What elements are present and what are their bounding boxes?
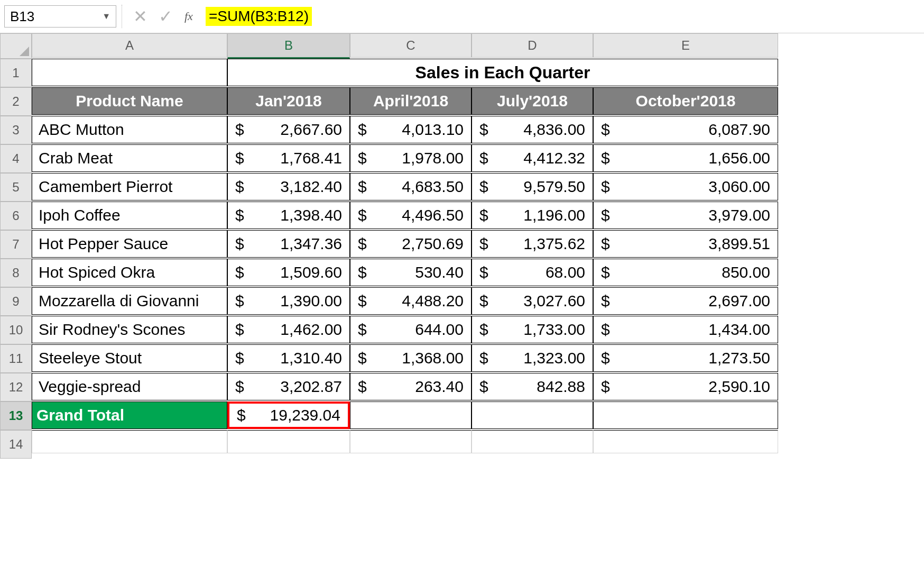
cell-row14-0[interactable]: [32, 430, 227, 453]
row-header-13[interactable]: 13: [0, 401, 32, 430]
row-header-7[interactable]: 7: [0, 230, 32, 259]
product-name-3[interactable]: Ipoh Coffee: [32, 202, 227, 229]
money-value: 1,509.60: [280, 263, 344, 281]
money-value: 1,390.00: [280, 292, 344, 310]
dollar-sign: $: [599, 321, 610, 339]
row-header-9[interactable]: 9: [0, 287, 32, 316]
cell-row14-3[interactable]: [472, 430, 593, 453]
cell-row14-2[interactable]: [350, 430, 472, 453]
dollar-sign: $: [477, 149, 488, 167]
product-name-2[interactable]: Camembert Pierrot: [32, 173, 227, 200]
cell-D9[interactable]: $3,027.60: [472, 287, 593, 315]
cell-D13[interactable]: [472, 401, 593, 429]
cell-B3[interactable]: $2,667.60: [227, 116, 350, 143]
cell-E8[interactable]: $850.00: [593, 259, 778, 286]
cell-E12[interactable]: $2,590.10: [593, 373, 778, 400]
row-header-14[interactable]: 14: [0, 430, 32, 459]
name-box[interactable]: B13 ▼: [4, 5, 116, 28]
row-header-3[interactable]: 3: [0, 116, 32, 144]
dollar-sign: $: [356, 378, 367, 396]
cell-D11[interactable]: $1,323.00: [472, 344, 593, 372]
row-header-5[interactable]: 5: [0, 173, 32, 202]
product-name-0[interactable]: ABC Mutton: [32, 116, 227, 143]
col-header-C[interactable]: C: [350, 33, 472, 58]
col-header-A[interactable]: A: [32, 33, 227, 58]
cell-D5[interactable]: $9,579.50: [472, 173, 593, 200]
cell-B9[interactable]: $1,390.00: [227, 287, 350, 315]
cell-B8[interactable]: $1,509.60: [227, 259, 350, 286]
quarter-header-2: July'2018: [472, 87, 593, 115]
cell-A1[interactable]: [32, 59, 227, 86]
spreadsheet-grid[interactable]: ABCDE1Sales in Each Quarter2Product Name…: [0, 33, 924, 459]
cell-E3[interactable]: $6,087.90: [593, 116, 778, 143]
cell-C13[interactable]: [350, 401, 472, 429]
row-header-8[interactable]: 8: [0, 259, 32, 287]
cell-D7[interactable]: $1,375.62: [472, 230, 593, 258]
cell-C11[interactable]: $1,368.00: [350, 344, 472, 372]
cell-B5[interactable]: $3,182.40: [227, 173, 350, 200]
dollar-sign: $: [356, 349, 367, 367]
name-box-dropdown-icon[interactable]: ▼: [102, 12, 110, 21]
select-all-corner[interactable]: [0, 33, 32, 59]
cell-C9[interactable]: $4,488.20: [350, 287, 472, 315]
cell-D3[interactable]: $4,836.00: [472, 116, 593, 143]
product-name-1[interactable]: Crab Meat: [32, 144, 227, 172]
row-header-2[interactable]: 2: [0, 87, 32, 116]
col-header-E[interactable]: E: [593, 33, 778, 58]
cell-E11[interactable]: $1,273.50: [593, 344, 778, 372]
cell-D4[interactable]: $4,412.32: [472, 144, 593, 172]
product-name-9[interactable]: Veggie-spread: [32, 373, 227, 400]
dollar-sign: $: [356, 178, 367, 196]
cell-C4[interactable]: $1,978.00: [350, 144, 472, 172]
cell-D10[interactable]: $1,733.00: [472, 316, 593, 343]
cell-B4[interactable]: $1,768.41: [227, 144, 350, 172]
product-name-7[interactable]: Sir Rodney's Scones: [32, 316, 227, 343]
cell-D12[interactable]: $842.88: [472, 373, 593, 400]
row-header-6[interactable]: 6: [0, 202, 32, 230]
product-name-4[interactable]: Hot Pepper Sauce: [32, 230, 227, 258]
cell-C6[interactable]: $4,496.50: [350, 202, 472, 229]
col-header-D[interactable]: D: [472, 33, 593, 58]
cell-B11[interactable]: $1,310.40: [227, 344, 350, 372]
row-header-10[interactable]: 10: [0, 316, 32, 344]
accept-formula-icon[interactable]: ✓: [153, 6, 178, 26]
cell-row14-1[interactable]: [227, 430, 350, 453]
cell-E9[interactable]: $2,697.00: [593, 287, 778, 315]
row-header-11[interactable]: 11: [0, 344, 32, 373]
formula-input[interactable]: =SUM(B3:B12): [206, 7, 312, 26]
cell-C3[interactable]: $4,013.10: [350, 116, 472, 143]
money-value: 3,060.00: [708, 178, 772, 196]
col-header-B[interactable]: B: [227, 33, 350, 59]
cell-D8[interactable]: $68.00: [472, 259, 593, 286]
product-name-6[interactable]: Mozzarella di Giovanni: [32, 287, 227, 315]
cell-C10[interactable]: $644.00: [350, 316, 472, 343]
cell-C7[interactable]: $2,750.69: [350, 230, 472, 258]
cell-C12[interactable]: $263.40: [350, 373, 472, 400]
money-value: 850.00: [722, 263, 772, 281]
cancel-formula-icon[interactable]: ✕: [127, 6, 153, 26]
cell-C5[interactable]: $4,683.50: [350, 173, 472, 200]
product-name-8[interactable]: Steeleye Stout: [32, 344, 227, 372]
active-cell-B13[interactable]: $19,239.04: [227, 401, 350, 429]
quarter-header-0: Jan'2018: [227, 87, 350, 115]
row-header-4[interactable]: 4: [0, 144, 32, 173]
cell-E4[interactable]: $1,656.00: [593, 144, 778, 172]
cell-C8[interactable]: $530.40: [350, 259, 472, 286]
cell-B6[interactable]: $1,398.40: [227, 202, 350, 229]
cell-E6[interactable]: $3,979.00: [593, 202, 778, 229]
money-value: 68.00: [546, 263, 587, 281]
cell-D6[interactable]: $1,196.00: [472, 202, 593, 229]
product-name-5[interactable]: Hot Spiced Okra: [32, 259, 227, 286]
cell-E13[interactable]: [593, 401, 778, 429]
money-value: 2,750.69: [402, 235, 466, 253]
cell-B10[interactable]: $1,462.00: [227, 316, 350, 343]
cell-E5[interactable]: $3,060.00: [593, 173, 778, 200]
cell-row14-4[interactable]: [593, 430, 778, 453]
cell-B7[interactable]: $1,347.36: [227, 230, 350, 258]
cell-E7[interactable]: $3,899.51: [593, 230, 778, 258]
cell-B12[interactable]: $3,202.87: [227, 373, 350, 400]
cell-E10[interactable]: $1,434.00: [593, 316, 778, 343]
fx-label[interactable]: fx: [178, 10, 199, 23]
row-header-12[interactable]: 12: [0, 373, 32, 401]
row-header-1[interactable]: 1: [0, 59, 32, 87]
